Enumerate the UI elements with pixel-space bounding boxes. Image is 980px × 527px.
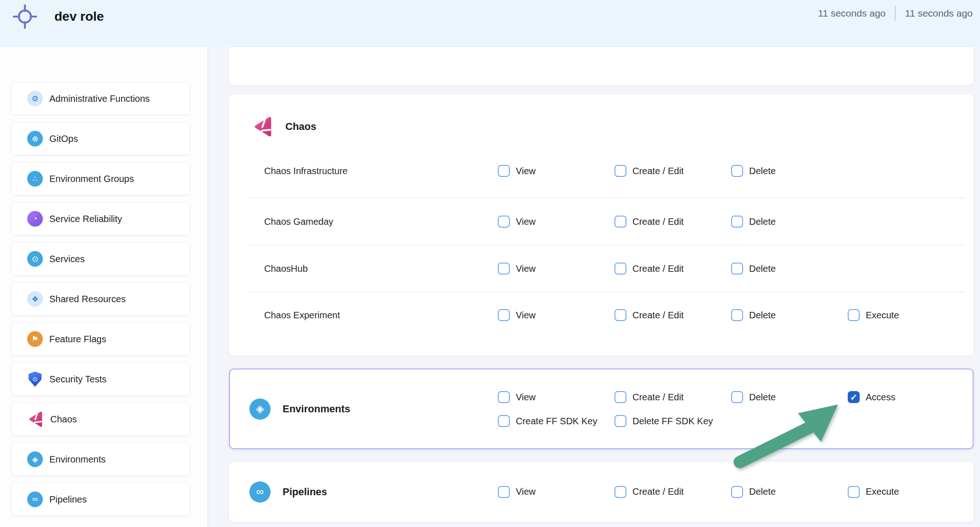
checkbox-chaos-gameday-view[interactable] xyxy=(498,216,510,228)
sidebar-item-administrative-functions[interactable]: ⚙Administrative Functions xyxy=(11,82,190,115)
permission-option: Delete xyxy=(731,216,848,228)
checkbox-environments-access[interactable] xyxy=(848,391,860,403)
sidebar-item-security-tests[interactable]: ⊙Security Tests xyxy=(11,363,190,396)
checkbox-pipelines-execute[interactable] xyxy=(848,486,860,498)
permission-label: Delete xyxy=(749,392,776,403)
chaos-pinwheel-icon xyxy=(27,411,44,427)
checkbox-environments-view[interactable] xyxy=(498,391,510,403)
pipelines-icon: ∞ xyxy=(249,481,271,503)
permission-option: Delete xyxy=(731,263,848,275)
checkbox-pipelines-delete[interactable] xyxy=(731,486,743,498)
permission-label: Create / Edit xyxy=(632,166,684,176)
permission-card-chaos: ChaosChaos InfrastructureViewCreate / Ed… xyxy=(229,94,974,356)
sidebar-item-chaos[interactable]: Chaos xyxy=(11,403,190,436)
updated-timestamp: 11 seconds ago xyxy=(905,8,973,19)
checkbox-chaoshub-create-edit[interactable] xyxy=(614,263,626,275)
sidebar-item-label: Chaos xyxy=(50,414,77,425)
checkbox-pipelines-create-edit[interactable] xyxy=(614,486,626,498)
permission-option: Create / Edit xyxy=(614,165,731,177)
permission-line: Create FF SDK KeyDelete FF SDK Key xyxy=(498,409,973,433)
checkbox-chaos-experiment-execute[interactable] xyxy=(848,309,860,321)
sidebar-item-gitops[interactable]: ⊕GitOps xyxy=(11,122,190,155)
section-title: Environments xyxy=(283,403,350,415)
permission-option: Create / Edit xyxy=(614,391,731,403)
checkbox-chaos-infrastructure-delete[interactable] xyxy=(731,165,743,177)
permission-label: Create FF SDK Key xyxy=(516,416,597,427)
sidebar-item-services[interactable]: ⊙Services xyxy=(11,242,190,275)
sidebar-item-shared-resources[interactable]: ❖Shared Resources xyxy=(11,282,190,316)
permission-option: Delete xyxy=(731,165,848,177)
checkbox-chaos-experiment-view[interactable] xyxy=(498,309,510,321)
checkbox-chaoshub-view[interactable] xyxy=(498,263,510,275)
permission-option: Access xyxy=(848,391,964,403)
permission-option: Delete xyxy=(731,391,848,403)
checkbox-chaos-infrastructure-view[interactable] xyxy=(498,165,510,177)
sidebar-item-pipelines[interactable]: ∞Pipelines xyxy=(11,483,190,516)
permission-label: View xyxy=(516,486,536,497)
permission-label: View xyxy=(516,310,536,321)
gear-icon: ⚙ xyxy=(27,91,43,106)
permission-label: Create / Edit xyxy=(632,217,684,227)
services-icon: ⊙ xyxy=(27,251,43,267)
resource-label: Chaos Gameday xyxy=(249,217,498,227)
permission-option: Create / Edit xyxy=(614,263,731,275)
page-header: dev role 11 seconds ago 11 seconds ago xyxy=(0,0,980,47)
environment-groups-icon: ∴ xyxy=(27,171,43,187)
permission-label: View xyxy=(516,217,536,227)
feature-flag-icon: ⚑ xyxy=(27,331,43,347)
permission-label: Execute xyxy=(866,486,899,497)
permission-option: View xyxy=(498,216,614,228)
checkbox-environments-create-ff-sdk-key[interactable] xyxy=(498,415,510,427)
permission-option: Create / Edit xyxy=(614,486,731,498)
section-title: Pipelines xyxy=(283,486,327,498)
permission-option: Create / Edit xyxy=(614,216,731,228)
permission-card-environments: ◈EnvironmentsViewCreate / EditDeleteAcce… xyxy=(229,369,974,449)
timestamp-divider xyxy=(895,6,896,21)
target-icon xyxy=(11,3,39,30)
checkbox-chaos-infrastructure-create-edit[interactable] xyxy=(614,165,626,177)
permission-label: Delete xyxy=(749,166,776,176)
shield-icon: ⊙ xyxy=(27,371,43,387)
checkbox-environments-delete[interactable] xyxy=(731,391,743,403)
resource-label: Chaos Infrastructure xyxy=(249,166,498,176)
sidebar-item-label: Environments xyxy=(49,454,106,465)
permission-option: View xyxy=(498,263,614,275)
permission-row-chaos-gameday: Chaos GamedayViewCreate / EditDelete xyxy=(249,198,965,245)
shared-resources-icon: ❖ xyxy=(27,291,43,307)
checkbox-chaos-gameday-create-edit[interactable] xyxy=(614,216,626,228)
checkbox-chaos-experiment-delete[interactable] xyxy=(731,309,743,321)
pipelines-icon: ∞ xyxy=(27,492,43,507)
sidebar-item-label: Shared Resources xyxy=(49,294,126,304)
sidebar-item-label: Administrative Functions xyxy=(49,94,150,104)
checkbox-pipelines-view[interactable] xyxy=(498,486,510,498)
gitops-icon: ⊕ xyxy=(27,131,43,146)
resource-label: Chaos Experiment xyxy=(249,310,498,321)
sidebar-item-label: Services xyxy=(49,254,85,264)
sidebar-item-environments[interactable]: ◈Environments xyxy=(11,443,190,476)
checkbox-chaos-gameday-delete[interactable] xyxy=(731,216,743,228)
permission-row-chaoshub: ChaosHubViewCreate / EditDelete xyxy=(249,245,965,292)
sidebar-item-service-reliability[interactable]: ◔Service Reliability xyxy=(11,202,190,235)
environments-icon: ◈ xyxy=(27,451,43,467)
service-reliability-icon: ◔ xyxy=(27,211,43,227)
chaos-pinwheel-icon xyxy=(252,116,273,137)
checkbox-environments-delete-ff-sdk-key[interactable] xyxy=(614,415,626,427)
permission-row-chaos-experiment: Chaos ExperimentViewCreate / EditDeleteE… xyxy=(249,292,965,357)
permission-label: View xyxy=(516,264,536,274)
permission-option: View xyxy=(498,486,614,498)
checkbox-chaoshub-delete[interactable] xyxy=(731,263,743,275)
permission-label: Create / Edit xyxy=(632,392,684,403)
permission-option: Delete xyxy=(731,486,848,498)
created-timestamp: 11 seconds ago xyxy=(818,8,886,19)
sidebar-item-label: GitOps xyxy=(49,134,78,144)
permission-option: Delete xyxy=(731,309,848,321)
checkbox-environments-create-edit[interactable] xyxy=(614,391,626,403)
sidebar-item-environment-groups[interactable]: ∴Environment Groups xyxy=(11,162,190,195)
sidebar-item-feature-flags[interactable]: ⚑Feature Flags xyxy=(11,322,190,356)
section-header-pipelines: ∞Pipelines xyxy=(229,481,498,503)
permission-option: Create FF SDK Key xyxy=(498,415,614,427)
checkbox-chaos-experiment-create-edit[interactable] xyxy=(614,309,626,321)
permission-card-pipelines: ∞PipelinesViewCreate / EditDeleteExecute xyxy=(229,462,974,522)
permission-label: Delete xyxy=(749,264,776,274)
permission-option: View xyxy=(498,309,614,321)
